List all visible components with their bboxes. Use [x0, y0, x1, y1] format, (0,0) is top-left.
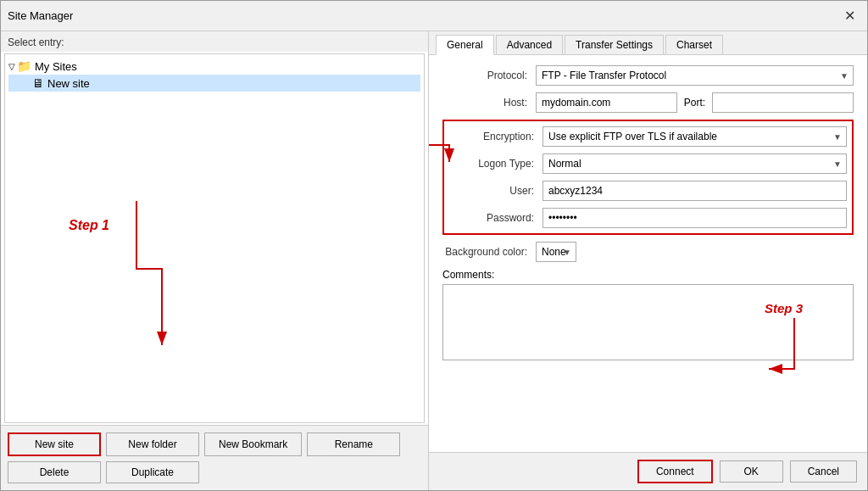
title-bar: Site Manager ✕ [1, 1, 867, 31]
bottom-bar: Connect OK Cancel [429, 452, 867, 490]
comments-container: Step 3 [442, 284, 854, 363]
tree-area[interactable]: ▽ 📁 My Sites 🖥 New site [4, 53, 425, 423]
tab-charset[interactable]: Charset [665, 35, 723, 54]
port-input[interactable] [712, 92, 854, 113]
logon-type-label: Logon Type: [449, 158, 542, 170]
tab-advanced[interactable]: Advanced [496, 35, 563, 54]
user-label: User: [449, 185, 542, 197]
tree-node-label: New site [47, 77, 90, 90]
port-label: Port: [684, 97, 705, 109]
new-site-button[interactable]: New site [8, 432, 101, 456]
duplicate-button[interactable]: Duplicate [106, 461, 199, 483]
protocol-label: Protocol: [442, 70, 536, 81]
ok-button[interactable]: OK [720, 460, 783, 483]
close-button[interactable]: ✕ [839, 6, 860, 25]
logon-type-dropdown-wrapper: Normal Anonymous Ask for password Intera… [542, 153, 847, 174]
new-folder-button[interactable]: New folder [106, 432, 199, 456]
logon-type-row: Logon Type: Normal Anonymous Ask for pas… [449, 153, 847, 174]
cancel-button[interactable]: Cancel [790, 460, 857, 483]
right-panel-container: General Advanced Transfer Settings Chars… [429, 31, 867, 490]
bg-color-dropdown-wrapper: None Red Green Blue ▼ [536, 242, 576, 262]
password-label: Password: [449, 212, 542, 224]
dialog-body: Select entry: ▽ 📁 My Sites 🖥 New site St… [1, 31, 867, 490]
tab-general[interactable]: General [436, 35, 494, 55]
tree-node-label: My Sites [35, 60, 77, 73]
server-icon: 🖥 [32, 76, 44, 90]
comments-section: Comments: Step 3 [442, 269, 854, 363]
protocol-row: Protocol: FTP - File Transfer Protocol S… [442, 65, 854, 86]
rename-button[interactable]: Rename [307, 432, 400, 456]
collapse-icon[interactable]: ▽ [8, 62, 15, 71]
protocol-select[interactable]: FTP - File Transfer Protocol SFTP - SSH … [536, 65, 854, 86]
encryption-select[interactable]: Use explicit FTP over TLS if available O… [542, 126, 847, 147]
password-input[interactable] [542, 208, 847, 228]
form-area: Protocol: FTP - File Transfer Protocol S… [429, 55, 867, 452]
host-label: Host: [442, 97, 536, 109]
buttons-row: New site New folder New Bookmark Rename … [1, 425, 428, 490]
host-input[interactable] [536, 92, 677, 113]
bg-color-select[interactable]: None Red Green Blue [536, 242, 576, 262]
host-row: Host: Port: [442, 92, 854, 113]
comments-label: Comments: [442, 269, 854, 281]
encryption-row: Encryption: Use explicit FTP over TLS if… [449, 126, 847, 147]
tree-node-new-site[interactable]: 🖥 New site [8, 75, 420, 92]
encryption-label: Encryption: [449, 131, 542, 142]
highlighted-section: Encryption: Use explicit FTP over TLS if… [442, 120, 854, 235]
new-bookmark-button[interactable]: New Bookmark [204, 432, 302, 456]
bg-color-label: Background color: [442, 246, 536, 258]
site-manager-dialog: Site Manager ✕ Select entry: ▽ 📁 My Site… [0, 0, 868, 491]
host-port-row: Port: [536, 92, 854, 113]
password-row: Password: [449, 208, 847, 228]
right-panel: General Advanced Transfer Settings Chars… [429, 31, 867, 452]
tabs-bar: General Advanced Transfer Settings Chars… [429, 31, 867, 55]
delete-button[interactable]: Delete [8, 461, 101, 483]
logon-type-select[interactable]: Normal Anonymous Ask for password Intera… [542, 153, 847, 174]
protocol-dropdown-wrapper: FTP - File Transfer Protocol SFTP - SSH … [536, 65, 854, 86]
folder-icon: 📁 [17, 59, 31, 73]
user-row: User: [449, 181, 847, 201]
left-panel: Select entry: ▽ 📁 My Sites 🖥 New site St… [1, 31, 429, 490]
connect-button[interactable]: Connect [637, 460, 713, 483]
comments-input[interactable] [442, 284, 854, 360]
dialog-title: Site Manager [8, 9, 73, 22]
tree-node-my-sites[interactable]: ▽ 📁 My Sites [8, 58, 420, 75]
select-entry-label: Select entry: [1, 31, 428, 52]
encryption-dropdown-wrapper: Use explicit FTP over TLS if available O… [542, 126, 847, 147]
user-input[interactable] [542, 181, 847, 201]
tab-transfer-settings[interactable]: Transfer Settings [565, 35, 664, 54]
bg-color-row: Background color: None Red Green Blue ▼ [442, 242, 854, 262]
